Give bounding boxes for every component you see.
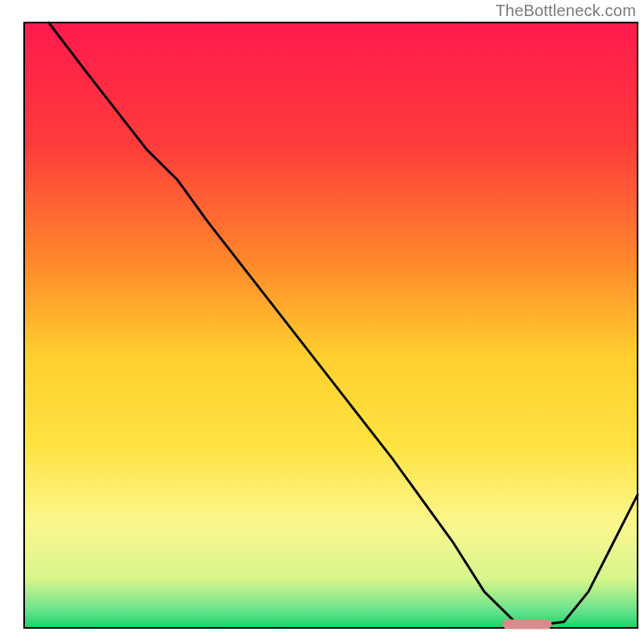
heat-gradient [24, 23, 638, 628]
optimal-range-marker [502, 619, 551, 629]
plot-area [24, 23, 638, 629]
bottleneck-chart [0, 0, 644, 644]
chart-stage: TheBottleneck.com [0, 0, 644, 644]
